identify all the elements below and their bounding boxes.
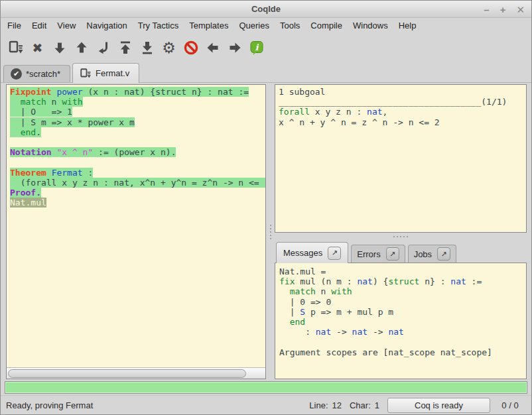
messages-panel[interactable]: Nat.mul =fix mul (n m : nat) {struct n} … <box>275 263 527 379</box>
char-label: Char: <box>350 400 371 410</box>
detach-jobs-button[interactable]: ↗ <box>437 247 450 261</box>
check-circle-icon: ✔ <box>11 68 22 80</box>
about-button[interactable]: i <box>245 36 267 59</box>
tab-label: *scratch* <box>26 69 60 79</box>
detach-arrow-icon: ↗ <box>441 250 447 259</box>
detach-arrow-icon: ↗ <box>389 250 395 259</box>
close-icon: ✖ <box>33 42 43 54</box>
goto-cursor-icon <box>96 40 111 56</box>
splitter-grip-icon <box>270 225 271 239</box>
menu-templates[interactable]: Templates <box>184 19 233 32</box>
menu-view[interactable]: View <box>52 19 81 32</box>
vertical-splitter[interactable] <box>266 84 275 379</box>
code-line <box>279 337 526 347</box>
save-button[interactable] <box>5 36 27 59</box>
code-line: Notation "x ^ n" := (power x n). <box>10 147 265 157</box>
arrow-up-icon <box>74 40 90 56</box>
minimize-button[interactable]: – <box>484 5 489 15</box>
backward-one-command-button[interactable] <box>70 36 92 59</box>
editor-horizontal-scrollbar[interactable] <box>7 367 265 379</box>
interrupt-icon <box>183 40 199 56</box>
maximize-button[interactable]: + <box>500 5 506 15</box>
tab-fermat.v[interactable]: Fermat.v <box>72 63 139 83</box>
tab-messages[interactable]: Messages↗ <box>276 242 348 263</box>
menu-queries[interactable]: Queries <box>233 19 275 32</box>
window-controls: – + ✕ <box>484 1 525 18</box>
tab-errors[interactable]: Errors↗ <box>351 245 405 263</box>
script-editor[interactable]: Fixpoint power (x n : nat) {struct n} : … <box>7 85 265 367</box>
menu-compile[interactable]: Compile <box>305 19 348 32</box>
char-value: 1 <box>375 400 379 410</box>
menu-try-tactics[interactable]: Try Tactics <box>133 19 184 32</box>
detach-errors-button[interactable]: ↗ <box>386 247 399 261</box>
menu-tools[interactable]: Tools <box>275 19 305 32</box>
restart-button[interactable] <box>114 36 136 59</box>
code-line: x ^ n + y ^ n = z ^ n -> n <= 2 <box>279 117 526 127</box>
tab-label: Jobs <box>414 249 432 259</box>
info-icon: i <box>249 40 265 56</box>
goals-panel[interactable]: 1 subgoal_______________________________… <box>275 84 527 233</box>
close-button[interactable]: ✖ <box>27 36 48 59</box>
previous-button[interactable] <box>202 36 224 59</box>
menu-windows[interactable]: Windows <box>348 19 393 32</box>
forward-one-command-button[interactable] <box>48 36 70 59</box>
progress-bar <box>5 381 527 394</box>
scrollbar-thumb[interactable] <box>8 369 246 378</box>
tab-label: Fermat.v <box>96 68 129 78</box>
tab-jobs[interactable]: Jobs↗ <box>408 245 456 263</box>
menu-edit[interactable]: Edit <box>27 19 52 32</box>
doc-down-icon <box>80 68 92 80</box>
arrow-down-bar-icon <box>139 40 155 56</box>
code-line: end. <box>10 127 265 137</box>
status-right: Line: 12 Char: 1 Coq is ready 0 / 0 <box>309 398 526 413</box>
status-bar: Ready, proving Fermat Line: 12 Char: 1 C… <box>1 395 531 414</box>
goto-end-button[interactable] <box>136 36 158 59</box>
interrupt-button[interactable] <box>180 36 202 59</box>
arrow-right-icon <box>227 40 243 56</box>
close-window-button[interactable]: ✕ <box>516 5 525 15</box>
toolbar: ✖⚙i <box>1 33 531 62</box>
main-area: Fixpoint power (x n : nat) {struct n} : … <box>1 83 531 379</box>
tab-label: Errors <box>357 249 380 259</box>
code-line: 1 subgoal <box>279 87 526 97</box>
line-label: Line: <box>309 400 328 410</box>
code-line: forall x y z n : nat, <box>279 107 526 117</box>
code-line: | S p => m + mul p m <box>279 307 526 317</box>
splitter-grip-icon <box>393 236 408 237</box>
code-line: : nat -> nat -> nat <box>279 327 526 337</box>
code-line: Fixpoint power (x n : nat) {struct n} : … <box>10 87 265 97</box>
code-line: match n with <box>10 97 265 107</box>
code-line: | S m => x * power x m <box>10 117 265 127</box>
document-tab-bar: ✔*scratch*Fermat.v <box>1 62 531 83</box>
menu-bar: FileEditViewNavigationTry TacticsTemplat… <box>1 18 531 33</box>
menu-help[interactable]: Help <box>393 19 422 32</box>
code-line: Theorem Fermat : <box>10 168 265 178</box>
title-bar[interactable]: CoqIde – + ✕ <box>1 1 531 18</box>
menu-file[interactable]: File <box>2 19 27 32</box>
code-line: _______________________________________(… <box>279 97 526 107</box>
code-line: match n with <box>279 286 526 296</box>
code-line: | O => 1 <box>10 107 265 117</box>
gear-icon: ⚙ <box>162 40 176 56</box>
next-button[interactable] <box>224 36 245 59</box>
code-line: end <box>279 317 526 327</box>
code-line <box>10 157 265 167</box>
tab-scratch[interactable]: ✔*scratch* <box>3 65 70 82</box>
window-title: CoqIde <box>1 4 531 14</box>
line-value: 12 <box>332 400 342 410</box>
horizontal-splitter[interactable] <box>275 233 527 241</box>
arrow-up-bar-icon <box>117 40 133 56</box>
preferences-button[interactable]: ⚙ <box>158 36 180 59</box>
goto-cursor-button[interactable] <box>92 36 114 59</box>
job-counter: 0 / 0 <box>494 400 526 410</box>
menu-navigation[interactable]: Navigation <box>81 19 132 32</box>
code-line <box>10 137 265 147</box>
detach-messages-button[interactable]: ↗ <box>328 247 341 260</box>
code-line: | 0 => 0 <box>279 297 526 307</box>
arrow-left-icon <box>205 40 221 56</box>
script-editor-panel: Fixpoint power (x n : nat) {struct n} : … <box>6 84 266 379</box>
code-line: Proof. <box>10 188 265 198</box>
detach-arrow-icon: ↗ <box>332 249 338 257</box>
right-column: 1 subgoal_______________________________… <box>275 84 527 379</box>
coq-status-button[interactable]: Coq is ready <box>387 398 490 413</box>
